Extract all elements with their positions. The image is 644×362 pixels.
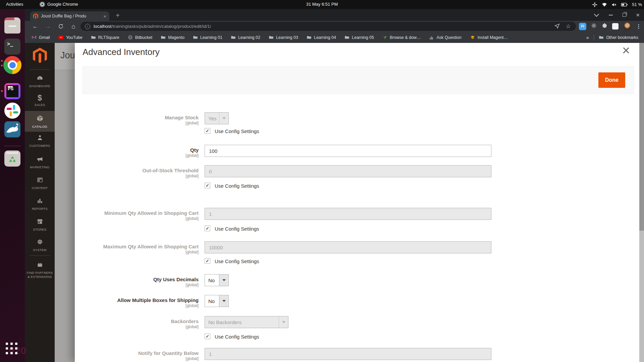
folder-body — [4, 20, 20, 34]
running-indicator-dot — [1, 90, 3, 92]
modal-close-icon[interactable]: × — [622, 44, 630, 57]
url-text[interactable]: localhost/trainingtasks/pub/admin/catalo… — [94, 24, 211, 29]
bookmark-folder-learning03[interactable]: Learning 03 — [269, 35, 298, 40]
adblock-extension-icon[interactable] — [591, 22, 597, 30]
sidebar-item-stores[interactable]: STORES — [25, 216, 55, 234]
back-icon[interactable]: ← — [30, 21, 40, 32]
home-icon[interactable]: ⌂ — [68, 21, 78, 32]
new-tab-button[interactable]: + — [113, 11, 122, 20]
profile-avatar[interactable] — [623, 22, 632, 31]
dock: >_ PS 920 — [0, 9, 25, 362]
clock[interactable]: 31 May 6:51 PM — [306, 2, 338, 7]
use-config-checkbox[interactable]: ✓ — [205, 334, 210, 339]
page-scrollbar[interactable] — [639, 43, 644, 362]
bookmark-folder-learning04[interactable]: Learning 04 — [307, 35, 336, 40]
site-info-icon[interactable]: i — [85, 24, 90, 29]
trash-icon[interactable] — [4, 150, 20, 167]
bookmark-folder-learning05[interactable]: Learning 05 — [344, 35, 374, 40]
close-icon[interactable]: × — [636, 12, 640, 18]
bookmark-youtube[interactable]: YouTube — [58, 35, 83, 40]
sidebar-item-find-partners[interactable]: FIND PARTNERS & EXTENSIONS — [25, 259, 55, 280]
sidebar-item-dashboard[interactable]: DASHBOARD — [25, 72, 55, 91]
sidebar-item-marketing[interactable]: MARKETING — [25, 153, 55, 172]
bookmarks-overflow-chevron[interactable]: » — [586, 35, 589, 40]
address-bar[interactable]: i localhost/trainingtasks/pub/admin/cata… — [80, 22, 576, 31]
sidebar-item-content[interactable]: CONTENT — [25, 174, 55, 193]
browser-tab[interactable]: Joust Duffle Bag / Produ × — [30, 11, 109, 21]
qty-input[interactable] — [205, 145, 491, 157]
sidebar-item-system[interactable]: SYSTEM — [25, 236, 55, 254]
folder-icon — [307, 35, 312, 40]
slack-tray-icon[interactable] — [592, 2, 598, 8]
manage-stock-select[interactable]: Yes — [205, 112, 229, 124]
field-label: Qty Uses Decimals — [75, 277, 199, 282]
show-applications-button[interactable] — [6, 343, 17, 354]
chrome-menu-icon[interactable]: ⋮ — [636, 23, 641, 29]
sidebar-item-customers[interactable]: CUSTOMERS — [25, 132, 55, 150]
bookmark-ask-question[interactable]: Ask Question — [429, 35, 461, 40]
restore-icon[interactable] — [623, 13, 626, 17]
modal-title: Advanced Inventory — [83, 47, 160, 57]
bookmark-star-icon[interactable]: ☆ — [566, 23, 571, 29]
page-title-clipped: Jous — [60, 50, 75, 61]
field-row-notify-qty-below: Notify for Quantity Below [global] — [75, 348, 639, 360]
volume-muted-icon[interactable] — [611, 2, 617, 8]
battery-icon[interactable] — [621, 2, 628, 8]
screenshot-extension-icon[interactable] — [612, 23, 619, 29]
battery-percent[interactable]: 51 % — [632, 2, 642, 7]
focused-app-name[interactable]: Google Chrome — [47, 2, 78, 7]
extensions-puzzle-icon[interactable] — [601, 22, 608, 30]
minimize-icon[interactable] — [609, 15, 613, 15]
notify-qty-below-input[interactable] — [205, 348, 491, 360]
scrollbar-thumb[interactable] — [639, 43, 644, 231]
slack-app-icon[interactable] — [4, 103, 20, 119]
field-scope: [global] — [75, 303, 199, 308]
phpstorm-app-icon[interactable]: PS — [4, 83, 20, 99]
field-scope: [global] — [75, 216, 199, 221]
check-icon: ✓ — [206, 334, 209, 339]
folder-icon — [344, 35, 350, 40]
bookmark-folder-learning01[interactable]: Learning 01 — [193, 35, 222, 40]
min-qty-input[interactable] — [205, 208, 491, 220]
allow-multiple-boxes-select[interactable]: No — [205, 295, 229, 307]
tab-close-icon[interactable]: × — [103, 14, 106, 19]
wifi-icon[interactable] — [601, 2, 607, 8]
qty-uses-decimals-select[interactable]: No — [205, 274, 229, 286]
bookmark-folder-rltsquare[interactable]: RLTSquare — [91, 35, 119, 40]
use-config-checkbox[interactable]: ✓ — [205, 128, 210, 134]
reload-icon[interactable] — [56, 21, 66, 32]
bookmark-install-magento[interactable]: Install Magent… — [470, 35, 508, 40]
max-qty-input[interactable] — [205, 241, 491, 253]
ubuntu-top-bar: Activities Google Chrome 31 May 6:51 PM … — [0, 0, 644, 9]
mysql-workbench-app-icon[interactable] — [4, 121, 20, 137]
bookmark-folder-learning02[interactable]: Learning 02 — [231, 35, 260, 40]
activities-button[interactable]: Activities — [6, 2, 23, 7]
url-host: localhost — [94, 24, 111, 29]
out-of-stock-threshold-input[interactable] — [205, 165, 491, 177]
use-config-checkbox[interactable]: ✓ — [205, 226, 210, 231]
bookmark-folder-magento[interactable]: Magento — [161, 35, 184, 40]
share-icon[interactable] — [554, 23, 560, 30]
bookmark-browse-download[interactable]: Browse & dow… — [382, 35, 421, 40]
chrome-app-indicator-icon — [40, 2, 45, 7]
magento-favicon — [33, 13, 38, 19]
chevron-down-icon[interactable] — [594, 12, 599, 17]
done-button[interactable]: Done — [598, 72, 625, 88]
chrome-app-icon[interactable] — [3, 56, 21, 74]
sidebar-item-sales[interactable]: $ SALES — [25, 92, 55, 110]
bookmark-bitbucket[interactable]: Bitbucket — [128, 35, 152, 40]
window-controls: × — [595, 9, 640, 21]
forward-icon[interactable]: → — [43, 21, 53, 32]
other-bookmarks-button[interactable]: Other bookmarks — [599, 35, 638, 40]
files-app-icon[interactable] — [4, 17, 20, 34]
backorders-select[interactable]: No Backorders — [205, 316, 288, 328]
use-config-checkbox[interactable]: ✓ — [205, 183, 210, 188]
bookmark-gmail[interactable]: Gmail — [32, 35, 50, 40]
use-config-checkbox[interactable]: ✓ — [205, 258, 210, 264]
advanced-inventory-modal: Advanced Inventory × Done Manage Stock [… — [75, 43, 639, 362]
terminal-app-icon[interactable]: >_ — [4, 39, 20, 55]
sidebar-item-reports[interactable]: REPORTS — [25, 195, 55, 214]
sidebar-item-catalog[interactable]: CATALOG — [25, 111, 55, 132]
fonts-extension-icon[interactable]: FI — [579, 23, 586, 30]
magento-logo[interactable] — [33, 48, 47, 65]
